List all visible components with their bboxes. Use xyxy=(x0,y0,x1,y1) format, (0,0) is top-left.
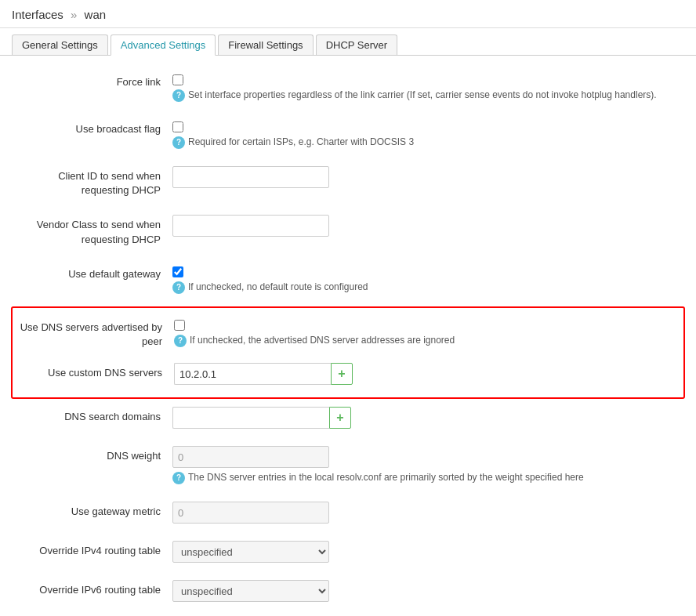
broadcast-flag-help-icon[interactable]: ? xyxy=(172,136,185,149)
settings-content: Force link ? Set interface properties re… xyxy=(0,56,696,616)
client-id-label: Client ID to send when requesting DHCP xyxy=(16,166,172,197)
tab-dhcp[interactable]: DHCP Server xyxy=(316,34,398,55)
broadcast-flag-row: Use broadcast flag ? Required for certai… xyxy=(16,114,680,154)
custom-dns-input[interactable]: 10.2.0.1 xyxy=(174,363,331,385)
breadcrumb-prefix: Interfaces xyxy=(12,8,63,21)
force-link-help: ? Set interface properties regardless of… xyxy=(172,89,680,102)
dns-advertised-label: Use DNS servers advertised by peer xyxy=(17,317,174,349)
dns-weight-label: DNS weight xyxy=(16,446,172,463)
override-ipv4-label: Override IPv4 routing table xyxy=(16,541,172,558)
client-id-row: Client ID to send when requesting DHCP xyxy=(16,161,680,202)
override-ipv4-row: Override IPv4 routing table unspecified xyxy=(16,536,680,567)
custom-dns-control: 10.2.0.1 + xyxy=(174,363,679,385)
default-gateway-label: Use default gateway xyxy=(16,264,172,281)
force-link-help-text: Set interface properties regardless of t… xyxy=(188,89,657,102)
override-ipv4-select[interactable]: unspecified xyxy=(172,541,329,563)
override-ipv6-select[interactable]: unspecified xyxy=(172,580,329,602)
override-ipv4-control: unspecified xyxy=(172,541,680,563)
client-id-control xyxy=(172,166,680,188)
dns-advertised-checkbox[interactable] xyxy=(174,320,185,331)
tab-general[interactable]: General Settings xyxy=(12,34,108,55)
dns-weight-control: 0 ? The DNS server entries in the local … xyxy=(172,446,680,484)
dns-weight-help: ? The DNS server entries in the local re… xyxy=(172,471,680,484)
vendor-class-label: Vendor Class to send when requesting DHC… xyxy=(16,215,172,246)
dns-advertised-row: Use DNS servers advertised by peer ? If … xyxy=(17,313,679,353)
default-gateway-row: Use default gateway ? If unchecked, no d… xyxy=(16,259,680,299)
vendor-class-row: Vendor Class to send when requesting DHC… xyxy=(16,210,680,251)
dns-advertised-help: ? If unchecked, the advertised DNS serve… xyxy=(174,334,679,347)
default-gateway-help: ? If unchecked, no default route is conf… xyxy=(172,281,680,294)
dns-weight-input[interactable]: 0 xyxy=(172,446,329,468)
force-link-row: Force link ? Set interface properties re… xyxy=(16,67,680,107)
dns-search-domains-input[interactable] xyxy=(172,407,329,429)
breadcrumb-separator: » xyxy=(71,8,77,21)
default-gateway-control: ? If unchecked, no default route is conf… xyxy=(172,264,680,294)
dns-search-domains-label: DNS search domains xyxy=(16,407,172,424)
custom-dns-label: Use custom DNS servers xyxy=(17,363,174,380)
broadcast-flag-help: ? Required for certain ISPs, e.g. Charte… xyxy=(172,136,680,149)
gateway-metric-row: Use gateway metric 0 xyxy=(16,497,680,528)
broadcast-flag-label: Use broadcast flag xyxy=(16,119,172,136)
dns-weight-help-icon[interactable]: ? xyxy=(172,472,185,484)
dns-highlight-box: Use DNS servers advertised by peer ? If … xyxy=(11,306,685,399)
tabs-bar: General Settings Advanced Settings Firew… xyxy=(0,28,696,56)
broadcast-flag-help-text: Required for certain ISPs, e.g. Charter … xyxy=(188,136,414,149)
gateway-metric-label: Use gateway metric xyxy=(16,502,172,519)
tab-firewall[interactable]: Firewall Settings xyxy=(218,34,313,55)
custom-dns-row: Use custom DNS servers 10.2.0.1 + xyxy=(17,358,679,390)
vendor-class-control xyxy=(172,215,680,237)
dns-weight-help-text: The DNS server entries in the local reso… xyxy=(188,471,584,484)
dns-search-domains-row: DNS search domains + xyxy=(16,402,680,433)
gateway-metric-input[interactable]: 0 xyxy=(172,502,329,524)
force-link-label: Force link xyxy=(16,72,172,89)
gateway-metric-control: 0 xyxy=(172,502,680,524)
dns-search-domains-input-group: + xyxy=(172,407,680,429)
dns-advertised-control: ? If unchecked, the advertised DNS serve… xyxy=(174,317,679,347)
broadcast-flag-checkbox[interactable] xyxy=(172,121,183,132)
vendor-class-input[interactable] xyxy=(172,215,329,237)
breadcrumb-current: wan xyxy=(85,8,107,21)
tab-advanced[interactable]: Advanced Settings xyxy=(111,34,216,56)
default-gateway-help-text: If unchecked, no default route is config… xyxy=(188,281,368,294)
custom-dns-add-button[interactable]: + xyxy=(331,363,353,385)
client-id-input[interactable] xyxy=(172,166,329,188)
default-gateway-checkbox[interactable] xyxy=(172,266,183,277)
custom-dns-input-group: 10.2.0.1 + xyxy=(174,363,679,385)
dns-search-domains-add-button[interactable]: + xyxy=(329,407,351,429)
force-link-help-icon[interactable]: ? xyxy=(172,89,185,102)
override-ipv6-label: Override IPv6 routing table xyxy=(16,580,172,597)
override-ipv6-row: Override IPv6 routing table unspecified xyxy=(16,575,680,607)
dns-advertised-help-icon[interactable]: ? xyxy=(174,335,187,347)
force-link-checkbox[interactable] xyxy=(172,74,183,85)
dns-search-domains-control: + xyxy=(172,407,680,429)
force-link-control: ? Set interface properties regardless of… xyxy=(172,72,680,102)
dns-advertised-help-text: If unchecked, the advertised DNS server … xyxy=(190,334,455,347)
dns-weight-row: DNS weight 0 ? The DNS server entries in… xyxy=(16,441,680,489)
broadcast-flag-control: ? Required for certain ISPs, e.g. Charte… xyxy=(172,119,680,149)
breadcrumb: Interfaces » wan xyxy=(12,8,106,21)
override-ipv6-control: unspecified xyxy=(172,580,680,602)
default-gateway-help-icon[interactable]: ? xyxy=(172,281,185,294)
